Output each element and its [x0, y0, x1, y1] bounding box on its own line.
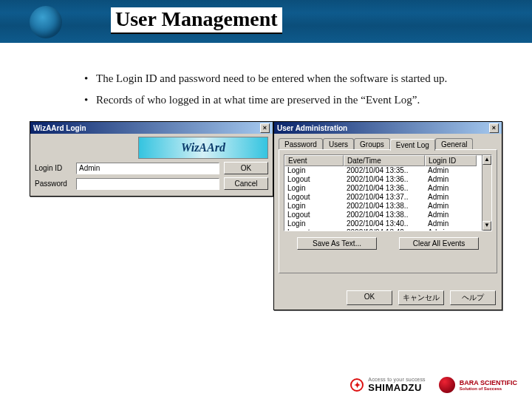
close-icon[interactable]: × [260, 123, 270, 133]
footer: ✦ Access to your success SHIMADZU BARA S… [350, 377, 517, 393]
login-dialog: WizAArd Login × WizAArd Login ID Admin O… [30, 121, 273, 197]
bullet-item: The Login ID and password need to be ent… [96, 72, 532, 85]
list-row[interactable]: Login2002/10/04 13:38..Admin [284, 202, 491, 211]
list-row[interactable]: Logout2002/10/04 13:38..Admin [284, 211, 491, 219]
wizaard-logo: WizAArd [138, 137, 268, 159]
slide-header: User Management [0, 0, 532, 43]
login-id-input[interactable]: Admin [76, 163, 219, 174]
user-admin-dialog: User Administration × Password Users Gro… [273, 121, 502, 310]
bara-brand: BARA SCIENTIFIC [460, 379, 517, 386]
admin-title: User Administration [277, 124, 347, 132]
password-label: Password [35, 180, 72, 188]
cancel-button[interactable]: キャンセル [398, 290, 444, 305]
bullet-item: Records of who logged in at what time ar… [96, 94, 532, 106]
tab-groups[interactable]: Groups [354, 138, 390, 150]
decorative-swirl [30, 6, 62, 38]
list-row[interactable]: Logout2002/10/04 13:36..Admin [284, 175, 491, 184]
password-input[interactable] [76, 178, 219, 190]
list-row[interactable]: Login2002/10/04 13:36..Admin [284, 184, 491, 193]
shimadzu-icon: ✦ [350, 378, 364, 392]
list-row[interactable]: Login2002/10/04 13:35..Admin [284, 166, 491, 175]
page-title: User Management [111, 7, 282, 34]
event-log-panel: Event Date/Time Login ID Login2002/10/04… [279, 149, 497, 273]
ok-button[interactable]: OK [224, 162, 268, 174]
col-loginid[interactable]: Login ID [425, 155, 477, 166]
login-title: WizAArd Login [33, 124, 86, 132]
clear-all-events-button[interactable]: Clear All Events [399, 237, 479, 250]
tab-event-log[interactable]: Event Log [390, 139, 435, 151]
scroll-up-icon[interactable]: ▲ [482, 155, 491, 165]
admin-titlebar: User Administration × [274, 122, 502, 134]
tab-password[interactable]: Password [279, 138, 323, 150]
save-as-text-button[interactable]: Save As Text... [297, 237, 377, 250]
list-row[interactable]: Login2002/10/04 13:40..Admin [284, 219, 491, 228]
bara-tagline: Solution of Success [460, 386, 517, 391]
login-titlebar: WizAArd Login × [30, 122, 273, 134]
cancel-button[interactable]: Cancel [224, 177, 268, 190]
help-button[interactable]: ヘルプ [450, 290, 496, 305]
tab-general[interactable]: General [435, 138, 474, 150]
bara-icon [439, 377, 455, 393]
event-log-list[interactable]: Event Date/Time Login ID Login2002/10/04… [284, 154, 492, 231]
bara-logo-block: BARA SCIENTIFIC Solution of Success [439, 377, 517, 393]
tab-users[interactable]: Users [323, 138, 354, 150]
vertical-scrollbar[interactable]: ▲ ▼ [482, 155, 491, 231]
scroll-down-icon[interactable]: ▼ [482, 221, 491, 231]
shimadzu-tagline: Access to your success [368, 377, 426, 382]
ok-button[interactable]: OK [347, 290, 392, 305]
shimadzu-brand: SHIMADZU [368, 382, 426, 393]
bullet-list: The Login ID and password need to be ent… [66, 72, 532, 106]
login-id-label: Login ID [35, 164, 72, 172]
col-datetime[interactable]: Date/Time [344, 155, 425, 166]
close-icon[interactable]: × [489, 123, 499, 133]
tab-strip: Password Users Groups Event Log General [279, 138, 497, 150]
list-row[interactable]: Logout2002/10/04 13:40..Admin [284, 228, 491, 231]
shimadzu-logo-block: ✦ Access to your success SHIMADZU [350, 377, 426, 393]
list-row[interactable]: Logout2002/10/04 13:37..Admin [284, 193, 491, 202]
col-event[interactable]: Event [284, 155, 344, 166]
